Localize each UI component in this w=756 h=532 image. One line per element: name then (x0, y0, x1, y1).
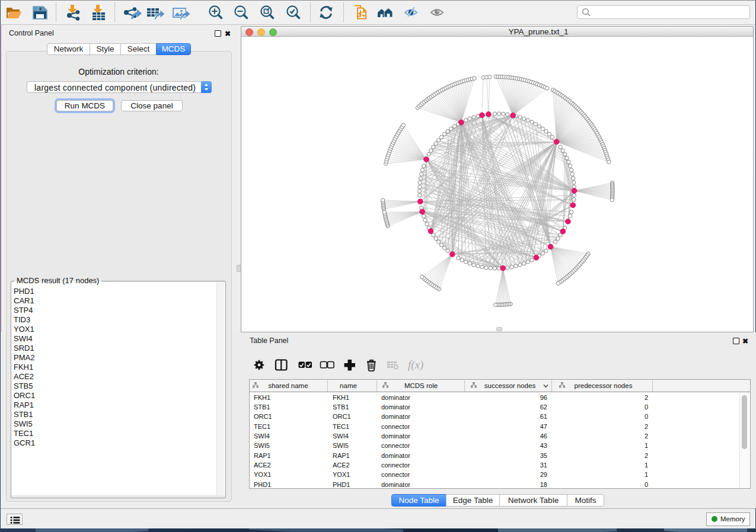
svg-text:f(x): f(x) (408, 358, 423, 371)
